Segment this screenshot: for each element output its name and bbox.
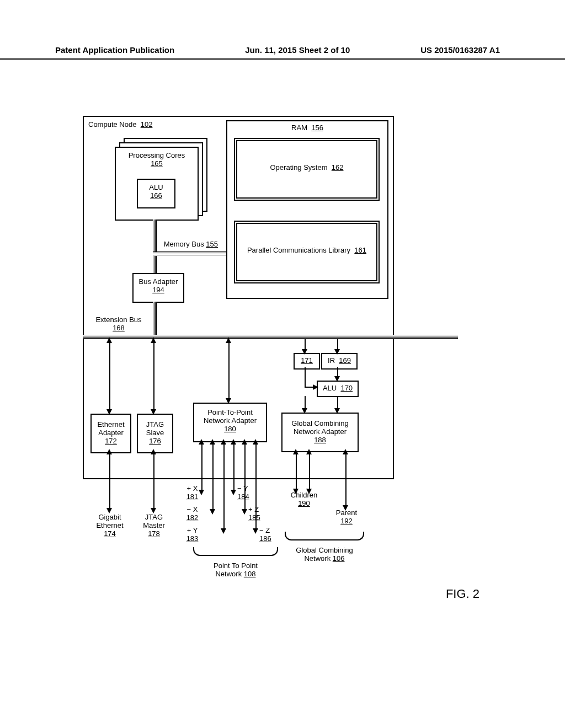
jtag-slave-label: JTAG Slave	[146, 420, 164, 437]
header-center: Jun. 11, 2015 Sheet 2 of 10	[245, 45, 350, 55]
ir-label: IR	[328, 356, 335, 365]
eth-adapter-ref: 172	[105, 437, 117, 445]
os-ref: 162	[332, 163, 344, 172]
yp-label: + Y183	[180, 526, 205, 543]
gig-eth-label: Gigabit Ethernet174	[90, 513, 129, 538]
alu-core-ref: 166	[150, 191, 162, 200]
figure-label: FIG. 2	[446, 587, 479, 601]
ir-ref: 169	[339, 356, 351, 365]
p2p-adapter-label: Point-To-Point Network Adapter	[204, 408, 257, 425]
zp-label: + Z185	[248, 505, 273, 522]
alu2-ref: 170	[340, 384, 353, 392]
ram-ref: 156	[311, 124, 323, 132]
xm-label: − X182	[180, 505, 205, 522]
jtag-slave-ref: 176	[149, 437, 161, 445]
ram-box: RAM 156 Operating System 162 Parallel Co…	[226, 120, 388, 299]
compute-node-ref: 102	[141, 120, 153, 129]
reg171-box: 171	[294, 353, 320, 370]
p2p-adapter-ref: 180	[224, 425, 236, 433]
parent-label: Parent192	[330, 508, 363, 525]
children-label: Children190	[285, 491, 323, 507]
bus-adapter-label: Bus Adapter	[139, 277, 178, 286]
cores-stack-1: Processing Cores 165 ALU 166	[115, 147, 199, 221]
os-box: Operating System 162	[234, 138, 380, 201]
header-left: Patent Application Publication	[55, 45, 174, 55]
cores-ref: 165	[151, 159, 163, 168]
compute-node-label: Compute Node	[88, 120, 136, 129]
gcn-brace	[285, 532, 364, 540]
pcl-ref: 161	[354, 246, 366, 254]
ram-label: RAM	[291, 124, 307, 132]
ext-bus-label: Extension Bus 168	[88, 315, 149, 332]
bus-adapter-link1	[153, 256, 157, 273]
p2p-adapter-box: Point-To-Point Network Adapter 180	[193, 403, 267, 442]
bus-adapter-link2	[153, 302, 157, 335]
header-right: US 2015/0163287 A1	[420, 45, 500, 55]
eth-adapter-box: Ethernet Adapter 172	[90, 414, 131, 453]
jtag-slave-box: JTAG Slave 176	[137, 414, 173, 453]
bus-adapter-box: Bus Adapter 194	[132, 273, 184, 303]
xp-label: + X181	[180, 484, 205, 501]
gcn-adapter-label: Global Combining Network Adapter	[291, 419, 348, 436]
alu-core-box: ALU 166	[137, 179, 175, 208]
ir-box: IR 169	[321, 353, 358, 370]
os-label: Operating System	[270, 163, 328, 172]
reg171-ref: 171	[301, 356, 313, 365]
alu-core-label: ALU	[149, 183, 163, 191]
memory-bus-h	[153, 251, 226, 256]
gcn-adapter-box: Global Combining Network Adapter 188	[281, 413, 359, 452]
cores-label: Processing Cores	[129, 151, 185, 159]
p2p-net-label: Point To Point Network 108	[194, 561, 277, 578]
pcl-label: Parallel Communications Library	[247, 246, 350, 254]
p2p-brace	[193, 547, 278, 556]
alu2-box: ALU 170	[317, 381, 359, 397]
memory-bus-v	[153, 220, 157, 253]
zm-label: − Z186	[259, 526, 284, 543]
eth-adapter-label: Ethernet Adapter	[97, 420, 124, 437]
diagram: Compute Node 102 Processing Cores 165 AL…	[77, 116, 463, 612]
gcn-net-label: Global Combining Network 106	[291, 546, 358, 563]
gcn-adapter-ref: 188	[314, 436, 326, 444]
extension-bus-line	[83, 335, 458, 339]
jtag-master-label: JTAG Master178	[137, 513, 171, 538]
alu2-label: ALU	[323, 384, 337, 392]
bus-adapter-ref: 194	[152, 286, 164, 294]
pcl-box: Parallel Communications Library 161	[234, 221, 380, 283]
ym-label: − Y184	[237, 484, 262, 501]
